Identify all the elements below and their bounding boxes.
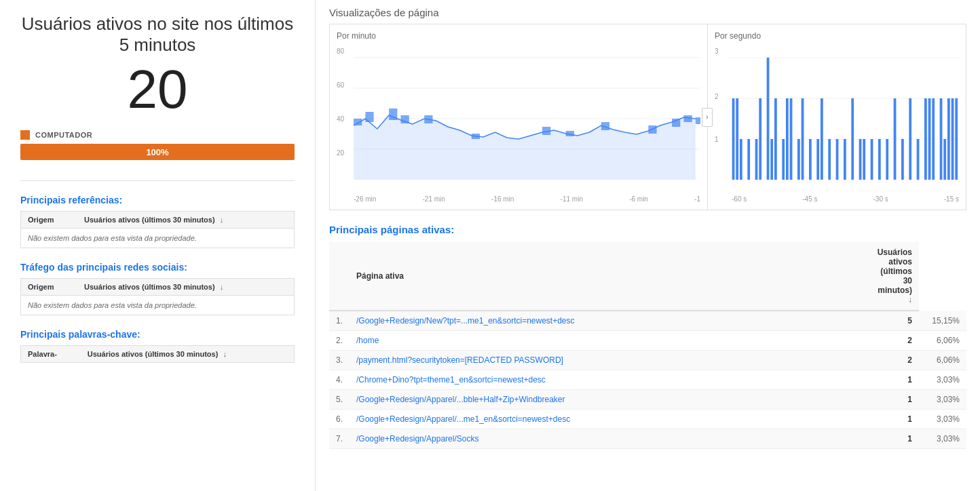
palavras-col1: Palavra- [21,346,81,363]
per-second-svg [715,44,959,180]
table-row: 6. /Google+Redesign/Apparel/...me1_en&so… [329,410,966,429]
svg-rect-10 [472,134,480,139]
per-minute-chart: Por minuto 80 60 40 20 [330,24,708,210]
referencias-no-data: Não existem dados para esta vista da pro… [21,229,295,248]
row-num: 5. [329,390,350,410]
svg-rect-52 [928,98,931,180]
chart-section-title: Visualizações de página [329,7,966,18]
chart-expand-icon[interactable]: › [702,108,713,127]
svg-rect-16 [683,115,692,122]
row-count: 1 [871,390,919,410]
svg-rect-23 [740,139,742,180]
svg-rect-29 [774,98,777,180]
x-label-45s: -45 s [802,195,817,203]
charts-row: Por minuto 80 60 40 20 [329,24,966,210]
svg-rect-24 [747,139,750,180]
svg-rect-38 [828,139,831,180]
svg-rect-41 [851,98,854,180]
redes-sociais-table: Origem Usuários ativos (últimos 30 minut… [20,278,295,315]
svg-rect-56 [947,98,950,180]
device-color-indicator [20,130,30,140]
svg-rect-46 [886,139,888,180]
svg-rect-50 [917,139,920,180]
x-label-6: -6 min [629,195,648,203]
row-count: 1 [871,410,919,429]
svg-rect-11 [542,127,550,135]
per-second-x-labels: -60 s -45 s -30 s -15 s [715,195,959,203]
referencias-col2: Usuários ativos (últimos 30 minutos) ↓ [77,212,294,229]
row-count: 2 [871,351,919,370]
svg-rect-28 [770,139,773,180]
x-label-1: -1 [694,195,700,203]
row-page[interactable]: /home [350,331,871,351]
row-page[interactable]: /Google+Redesign/Apparel/...bble+Half+Zi… [350,390,871,410]
row-num: 2. [329,331,350,351]
y-label-20: 20 [337,149,344,157]
svg-rect-31 [786,98,789,180]
pages-table: Página ativa Usuários ativos (últimos 30… [329,242,966,449]
table-row: 1. /Google+Redesign/New?tpt=...me1_en&so… [329,311,966,331]
row-pct: 6,06% [919,351,966,370]
row-count: 1 [871,429,919,449]
svg-rect-21 [732,98,735,180]
row-page[interactable]: /Google+Redesign/Apparel/...me1_en&sortc… [350,410,871,429]
referencias-sort-icon[interactable]: ↓ [220,216,224,224]
row-pct: 3,03% [919,390,966,410]
x-label-26: -26 min [354,195,376,203]
y-label-80: 80 [337,47,344,55]
table-row: 2. /home 2 6,06% [329,331,966,351]
x-label-30s: -30 s [873,195,888,203]
row-num: 6. [329,410,350,429]
row-page[interactable]: /Google+Redesign/Apparel/Socks [350,429,871,449]
svg-rect-53 [932,98,935,180]
y-label-40: 40 [337,115,344,123]
row-num: 1. [329,311,350,331]
row-page[interactable]: /Chrome+Dino?tpt=theme1_en&sortci=newest… [350,370,871,390]
redes-sort-icon[interactable]: ↓ [220,283,224,291]
users-sort-icon[interactable]: ↓ [908,295,912,305]
svg-rect-55 [943,139,946,180]
redes-no-data: Não existem dados para esta vista da pro… [21,296,295,315]
y-label-60: 60 [337,81,344,89]
svg-rect-22 [736,98,738,180]
table-row: 7. /Google+Redesign/Apparel/Socks 1 3,03… [329,429,966,449]
svg-rect-36 [816,139,819,180]
svg-rect-9 [424,115,432,123]
per-second-area: 3 2 1 [715,44,959,193]
per-second-label: Por segundo [715,31,959,41]
svg-rect-15 [672,119,680,127]
y-label-2: 2 [715,93,719,100]
main-pages-title: Principais páginas ativas: [329,224,966,235]
svg-rect-35 [809,139,812,180]
divider-1 [20,180,295,181]
row-pct: 3,03% [919,370,966,390]
svg-rect-5 [354,119,362,125]
svg-rect-27 [767,58,770,180]
row-page[interactable]: /Google+Redesign/New?tpt=...me1_en&sortc… [350,311,871,331]
table-row: 5. /Google+Redesign/Apparel/...bble+Half… [329,390,966,410]
svg-rect-13 [601,122,609,130]
svg-rect-43 [863,139,865,180]
svg-rect-42 [859,139,862,180]
row-count: 1 [871,370,919,390]
svg-rect-8 [400,115,409,123]
svg-rect-45 [878,139,881,180]
svg-rect-32 [790,98,793,180]
svg-rect-49 [909,98,911,180]
col-users-header: Usuários ativos (últimos 30 minutos) ↓ [871,242,919,311]
right-panel: Visualizações de página Por minuto 80 60… [316,0,980,491]
palavras-col2: Usuários ativos (últimos 30 minutos) ↓ [81,346,295,363]
palavras-sort-icon[interactable]: ↓ [223,350,227,358]
col-page-header: Página ativa [350,242,871,311]
row-pct: 6,06% [919,331,966,351]
referencias-table: Origem Usuários ativos (últimos 30 minut… [20,211,295,248]
svg-rect-40 [844,139,846,180]
row-page[interactable]: /payment.html?securitytoken=[REDACTED PA… [350,351,871,370]
svg-marker-4 [354,115,696,180]
per-minute-x-labels: -26 min -21 min -16 min -11 min -6 min -… [337,195,700,203]
svg-rect-47 [894,98,897,180]
left-panel: Usuários ativos no site nos últimos 5 mi… [0,0,316,491]
row-pct: 3,03% [919,429,966,449]
row-pct: 3,03% [919,410,966,429]
svg-rect-51 [924,98,927,180]
